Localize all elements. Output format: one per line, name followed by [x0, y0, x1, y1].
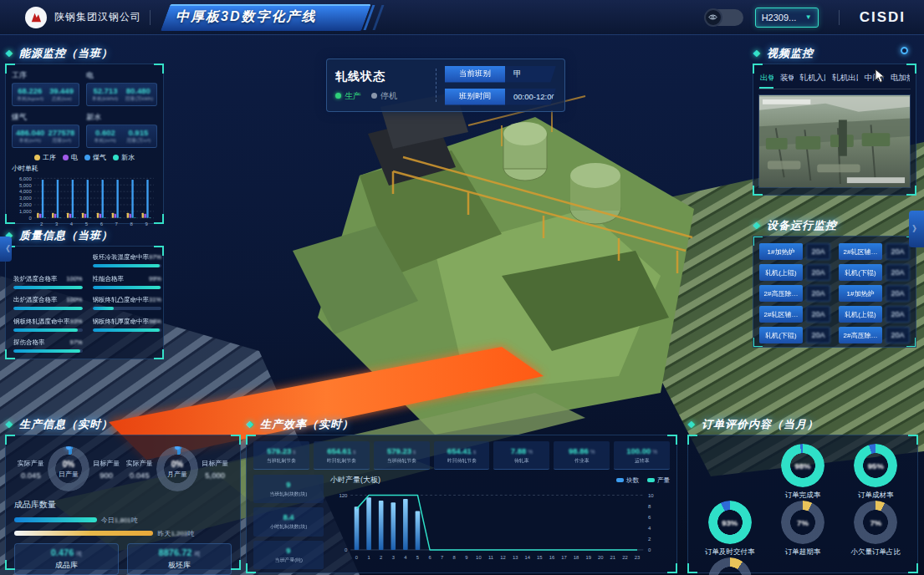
efficiency-stat-card: 7.88% 待轧率 [493, 441, 549, 470]
panel-video-monitor: ❖ 视频监控 出钢 装钢 轧机入口 轧机出口 中间冷 电加热 [753, 45, 916, 196]
svg-text:22: 22 [622, 555, 628, 560]
order-donut: 7% 小欠量订单占比 [840, 501, 912, 557]
stat-value: 579.23 [387, 446, 411, 455]
cctv-frame[interactable] [758, 94, 911, 188]
equipment-current-value: 20A [806, 285, 830, 302]
side-stat-label: 当班轧制块数(块) [270, 491, 308, 498]
svg-text:7: 7 [441, 555, 444, 560]
energy-unit-label: 总耗(tce) [48, 95, 74, 102]
warehouse-value: 0.476 [51, 547, 74, 557]
hourly-output-chart: 0120024681001234567891011121314151617181… [330, 486, 670, 569]
legend-item: 块数 [616, 476, 639, 485]
legend-label: 新水 [121, 153, 135, 162]
stopped-label: 停机 [380, 90, 397, 102]
stat-label: 昨日待轧节奏 [447, 457, 476, 464]
stat-label: 当班轧制节奏 [267, 457, 296, 464]
status-legend-stopped: 停机 [371, 90, 397, 102]
side-stat-box: 8.4 小时轧制块数(块) [253, 507, 324, 536]
video-camera-tab[interactable]: 装钢 [779, 71, 794, 89]
collapse-right-tab[interactable]: 》 [909, 211, 924, 247]
stat-unit: % [528, 449, 533, 455]
chevron-down-icon: ▼ [805, 13, 812, 21]
warehouse-unit: 吨 [76, 551, 82, 557]
energy-group-name: 工序 [12, 70, 79, 81]
svg-text:20: 20 [598, 555, 604, 560]
video-camera-tab[interactable]: 出钢 [759, 71, 773, 89]
equipment-label-chip: 1#加热炉 [759, 243, 803, 260]
order-donut: 93% 订单及时交付率 [693, 501, 766, 557]
video-settings-icon[interactable] [901, 47, 908, 54]
video-camera-tab[interactable]: 电加热 [890, 71, 910, 89]
quality-item: 出炉温度合格率 100% [13, 296, 83, 311]
svg-text:12: 12 [500, 555, 506, 560]
stat-unit: s [353, 449, 355, 455]
actual-output-label: 实际产量 [14, 459, 48, 468]
equipment-grid: 1#加热炉 20A 2#轧区辅… 20A 轧机(上辊) 20A 轧机( [759, 243, 910, 348]
efficiency-stat-card: 654.41s 昨日待轧节奏 [434, 441, 490, 470]
svg-text:0: 0 [28, 216, 32, 221]
svg-text:9: 9 [145, 221, 148, 226]
energy-card: 新水 0.602 单耗(m³/t) 0.915 用量(万m³) [86, 111, 157, 148]
energy-unit-label: 单耗(kgce/t) [17, 95, 43, 102]
visibility-toggle[interactable] [705, 9, 743, 26]
panel-title: 设备运行监控 [767, 218, 837, 233]
order-donut-percent: 7% [781, 501, 824, 544]
shift-chip: 当前班别 甲 [445, 66, 556, 83]
svg-text:9: 9 [465, 555, 468, 560]
quality-progress-fill [93, 286, 161, 289]
energy-value: 80.480 [124, 86, 153, 95]
panel-quality-info: ❖ 质量信息（当班） 板坯冷装温度命中率 97% [5, 227, 164, 359]
quality-progress-track [13, 349, 83, 353]
quality-progress-track [93, 328, 162, 332]
stopped-dot-icon [371, 93, 377, 99]
panel-production-info: ❖ 生产信息（实时） 实际产量 0.045 0% 日产量 目标产量 900 实际… [5, 416, 241, 570]
target-output-value: 5,000 [198, 471, 232, 480]
energy-unit-label: 用量(m³) [48, 137, 74, 144]
order-donut: 95% 订单成材率 [840, 444, 912, 501]
equipment-current-value: 20A [886, 243, 910, 260]
svg-text:2: 2 [40, 221, 43, 226]
equipment-current-value: 20A [806, 306, 830, 323]
quality-progress-fill [13, 286, 83, 289]
svg-text:120: 120 [339, 492, 348, 498]
quality-value: 98% [149, 318, 161, 325]
energy-group-name: 煤气 [12, 112, 79, 123]
collapse-left-tab[interactable]: 《 [0, 237, 12, 262]
panel-title: 能源监控（当班） [19, 46, 113, 61]
energy-value: 0.915 [124, 128, 153, 137]
order-donut-label: 订单超期率 [785, 547, 821, 557]
page-title-plate: 中厚板3D数字化产线 [161, 4, 361, 31]
svg-text:3: 3 [392, 555, 396, 560]
order-donut-percent: 98% [781, 444, 824, 487]
quality-value: 97% [70, 338, 83, 346]
stat-unit: s [293, 449, 295, 455]
efficiency-stat-card: 579.23s 当班待轧节奏 [374, 441, 430, 470]
warehouse-value: 8876.72 [159, 547, 192, 557]
panel-line-status: 轧线状态 生产 停机 当前班别 甲 班别时间 00:00-12:00 [326, 59, 565, 112]
quality-progress-track [93, 307, 162, 310]
equipment-label-chip: 1#加热炉 [839, 285, 882, 302]
svg-text:2,000: 2,000 [19, 202, 33, 207]
stat-value: 100.00 [626, 446, 651, 455]
daily-output-gauge: 0% 日产量 [48, 446, 90, 491]
video-camera-tab[interactable]: 轧机出口 [831, 71, 858, 89]
equipment-row: 2#轧区辅… 20A [759, 306, 830, 323]
video-camera-tab[interactable]: 轧机入口 [799, 71, 826, 89]
shift-time-chip: 班别时间 00:00-12:00 [445, 89, 556, 105]
svg-text:4: 4 [404, 555, 407, 560]
efficiency-stat-row: 579.23s 当班轧制节奏 654.61s 昨日轧制节奏 579.23s 当班… [253, 441, 670, 470]
line-selector-dropdown[interactable]: H2309... ▼ [755, 8, 819, 28]
svg-text:8: 8 [130, 221, 134, 226]
energy-value: 0.602 [90, 128, 120, 137]
svg-text:10: 10 [476, 555, 482, 560]
side-stat-box: 9 当班轧制块数(块) [253, 475, 324, 503]
panel-order-evaluation: ❖ 订单评价内容（当月） 98% 订单完成率 [687, 416, 918, 573]
quality-label: 钢板终轧温度命中率 [13, 318, 70, 326]
shift-value: 甲 [505, 66, 556, 83]
inventory-bar-today: 今日1,801吨 [14, 515, 232, 525]
energy-unit-label: 单耗(m³/t) [17, 137, 43, 144]
company-logo [25, 7, 47, 28]
efficiency-stat-card: 100.00% 运转率 [614, 441, 670, 470]
energy-bar-chart: 01,0002,0003,0004,0005,0006,00023456789 [12, 173, 157, 232]
quality-item: 性能合格率 99% [93, 275, 162, 290]
